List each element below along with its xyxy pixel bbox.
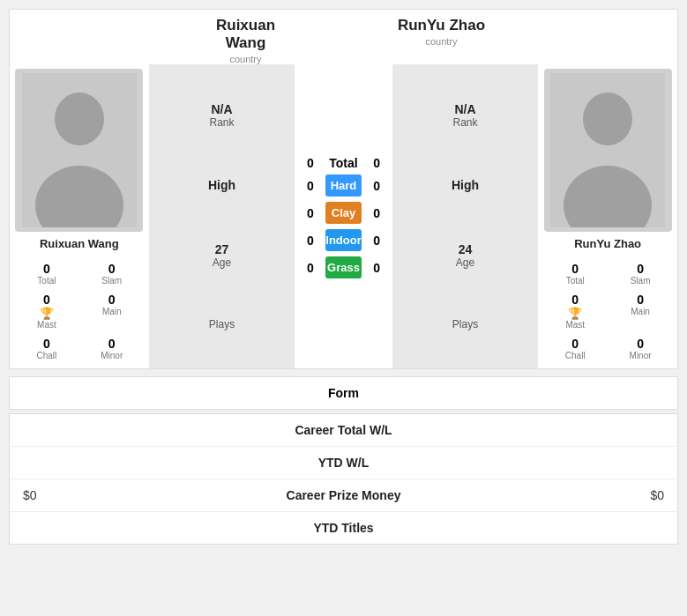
right-slam-lbl: Slam xyxy=(631,276,651,286)
left-rank-block: N/A Rank xyxy=(209,102,234,129)
left-total-cell: 0 Total xyxy=(14,258,79,289)
left-main-val: 0 xyxy=(108,293,116,307)
career-wl-label: Career Total W/L xyxy=(164,423,523,437)
left-country: country xyxy=(229,54,261,64)
left-player-stats: 0 Total 0 Slam 0 🏆 Mast 0 Main xyxy=(14,258,145,364)
right-mast-cell: 0 🏆 Mast xyxy=(542,289,608,333)
career-prize-label: Career Prize Money xyxy=(164,488,523,502)
right-avatar-col: RunYu Zhao 0 Total 0 Slam 0 🏆 Mast xyxy=(538,64,677,368)
right-total-val: 0 xyxy=(571,262,579,276)
right-info-panel: N/A Rank High 24 Age Plays xyxy=(392,64,539,368)
left-main-lbl: Main xyxy=(102,307,122,316)
left-slam-cell: 0 Slam xyxy=(79,258,145,289)
ytd-wl-row: YTD W/L xyxy=(10,447,677,479)
indoor-button[interactable]: Indoor xyxy=(325,229,361,251)
form-section: Form xyxy=(9,376,678,410)
left-chall-val: 0 xyxy=(43,337,50,351)
left-mast-cell: 0 🏆 Mast xyxy=(14,289,79,333)
total-row: 0 Total 0 xyxy=(295,152,392,172)
right-mast-val: 0 xyxy=(571,293,579,307)
clay-left-score: 0 xyxy=(295,206,325,220)
left-player-name-below: Ruixuan Wang xyxy=(40,237,119,250)
right-perf-block: High xyxy=(452,178,479,192)
body-row: Ruixuan Wang 0 Total 0 Slam 0 🏆 Mast xyxy=(10,64,677,368)
career-prize-left: $0 xyxy=(23,488,164,502)
grass-right-score: 0 xyxy=(362,261,392,275)
left-perf-block: High xyxy=(208,178,235,192)
right-rank-block: N/A Rank xyxy=(453,102,478,129)
right-minor-lbl: Minor xyxy=(630,351,652,360)
left-main-cell: 0 Main xyxy=(79,289,145,333)
trophy-right-icon: 🏆 xyxy=(568,307,582,320)
left-chall-cell: 0 Chall xyxy=(14,333,79,364)
right-age-lbl: Age xyxy=(456,256,474,269)
ytd-wl-label: YTD W/L xyxy=(164,456,523,470)
hard-button[interactable]: Hard xyxy=(325,174,361,197)
left-plays-block: Plays xyxy=(209,318,235,330)
svg-point-4 xyxy=(583,93,632,145)
grass-button[interactable]: Grass xyxy=(325,256,361,278)
trophy-left-icon: 🏆 xyxy=(40,307,54,320)
center-surfaces-col: 0 Total 0 0 Hard 0 0 Clay 0 xyxy=(295,64,392,368)
clay-button[interactable]: Clay xyxy=(325,202,361,224)
right-minor-val: 0 xyxy=(637,337,644,351)
left-minor-cell: 0 Minor xyxy=(79,333,145,364)
right-rank-lbl: Rank xyxy=(453,116,478,129)
svg-point-1 xyxy=(55,93,104,145)
grass-left-score: 0 xyxy=(295,261,325,275)
left-player-header: Ruixuan Wang country xyxy=(164,10,327,64)
left-slam-val: 0 xyxy=(108,262,116,276)
career-prize-row: $0 Career Prize Money $0 xyxy=(10,479,677,512)
left-rank-val: N/A xyxy=(209,102,234,116)
right-player-header: RunYu Zhao country xyxy=(360,10,523,47)
left-plays-lbl: Plays xyxy=(209,318,235,330)
total-label: Total xyxy=(325,156,361,170)
right-country: country xyxy=(425,36,457,47)
right-mast-lbl: Mast xyxy=(565,320,585,330)
left-mast-val: 0 xyxy=(43,293,50,307)
career-prize-right: $0 xyxy=(523,488,664,502)
right-rank-val: N/A xyxy=(453,102,478,116)
form-label: Form xyxy=(328,386,359,400)
right-chall-lbl: Chall xyxy=(565,351,586,360)
indoor-right-score: 0 xyxy=(362,234,392,248)
right-main-val: 0 xyxy=(637,293,644,307)
indoor-row: 0 Indoor 0 xyxy=(295,229,392,251)
clay-row: 0 Clay 0 xyxy=(295,202,392,224)
left-chall-lbl: Chall xyxy=(37,351,57,360)
left-avatar xyxy=(15,69,143,232)
left-age-block: 27 Age xyxy=(213,242,231,269)
names-row: Ruixuan Wang country RunYu Zhao country xyxy=(10,10,677,64)
left-slam-lbl: Slam xyxy=(101,276,122,286)
career-wl-row: Career Total W/L xyxy=(10,414,677,447)
right-total-lbl: Total xyxy=(566,276,585,286)
bottom-stat-rows: Career Total W/L YTD W/L $0 Career Prize… xyxy=(9,413,678,545)
left-rank-lbl: Rank xyxy=(209,116,234,129)
left-player-name: Ruixuan Wang xyxy=(216,17,275,52)
right-minor-cell: 0 Minor xyxy=(608,333,673,364)
comparison-section: Ruixuan Wang country RunYu Zhao country xyxy=(9,9,678,369)
left-age-lbl: Age xyxy=(213,256,231,269)
right-player-name-below: RunYu Zhao xyxy=(574,237,641,250)
ytd-titles-row: YTD Titles xyxy=(10,512,677,544)
left-minor-lbl: Minor xyxy=(101,351,123,360)
right-slam-cell: 0 Slam xyxy=(608,258,673,289)
right-chall-cell: 0 Chall xyxy=(542,333,608,364)
left-minor-val: 0 xyxy=(108,337,116,351)
ytd-titles-label: YTD Titles xyxy=(164,521,523,535)
hard-right-score: 0 xyxy=(362,179,392,193)
left-total-lbl: Total xyxy=(37,276,56,286)
grass-row: 0 Grass 0 xyxy=(295,256,392,278)
right-main-cell: 0 Main xyxy=(608,289,673,333)
right-perf-val: High xyxy=(452,178,479,192)
left-mast-lbl: Mast xyxy=(37,320,56,330)
hard-row: 0 Hard 0 xyxy=(295,174,392,197)
right-main-lbl: Main xyxy=(631,307,650,316)
right-plays-lbl: Plays xyxy=(452,318,478,330)
left-avatar-col: Ruixuan Wang 0 Total 0 Slam 0 🏆 Mast xyxy=(10,64,149,368)
right-chall-val: 0 xyxy=(571,337,579,351)
right-plays-block: Plays xyxy=(452,318,478,330)
left-age-val: 27 xyxy=(213,242,231,256)
left-perf-val: High xyxy=(208,178,235,192)
left-info-panel: N/A Rank High 27 Age Plays xyxy=(149,64,295,368)
